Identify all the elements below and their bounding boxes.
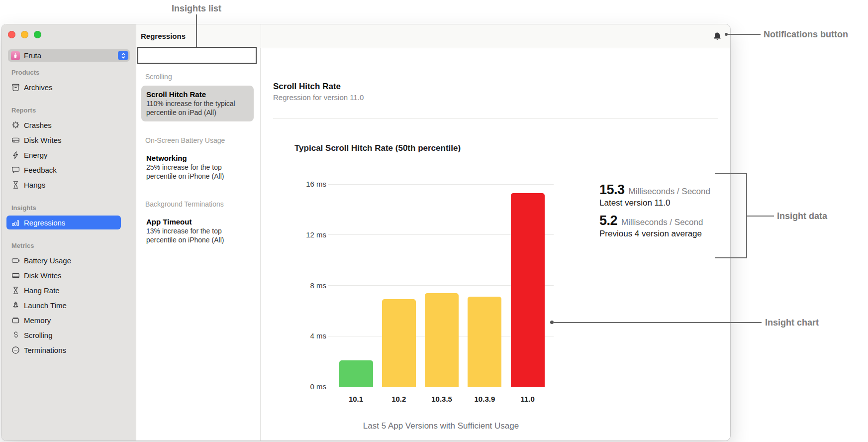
- sidebar-section-header: Metrics: [11, 242, 131, 250]
- y-axis-tick-label: 8 ms: [296, 281, 326, 291]
- insight-title: Scroll Hitch Rate: [273, 82, 341, 92]
- insight-item-description: 25% increase for the top percentile on i…: [146, 163, 249, 181]
- insight-subtitle: Regression for version 11.0: [273, 93, 364, 103]
- insight-list-item-networking[interactable]: Networking25% increase for the top perce…: [141, 149, 254, 185]
- screenshot-canvas: Fruta ProductsArchivesReportsCrashesDisk…: [0, 0, 868, 442]
- sidebar-item-scrolling[interactable]: Scrolling: [6, 328, 121, 342]
- sidebar-item-disk-writes[interactable]: Disk Writes: [6, 268, 121, 282]
- annotation-insight-chart-line: [553, 322, 762, 323]
- stat-caption: Previous 4 version average: [599, 229, 710, 239]
- hourglass-icon: [11, 286, 20, 295]
- window-controls: [8, 31, 41, 38]
- insight-stat: 15.3Milliseconds / SecondLatest version …: [599, 182, 710, 208]
- insight-data: 15.3Milliseconds / SecondLatest version …: [599, 182, 710, 244]
- insights-list-groups: ScrollingScroll Hitch Rate110% increase …: [136, 48, 260, 249]
- sidebar-item-hangs[interactable]: Hangs: [6, 178, 121, 192]
- bar-10-2: [382, 299, 416, 387]
- y-axis-tick-label: 16 ms: [296, 179, 326, 189]
- sidebar-section-header: Reports: [11, 107, 131, 114]
- bar-10-1: [339, 360, 373, 387]
- sidebar-item-label: Terminations: [24, 346, 66, 354]
- close-window-button[interactable]: [8, 31, 15, 38]
- annotation-insights-list-box: [137, 47, 257, 64]
- annotation-insight-data-line: [747, 216, 774, 217]
- sidebar-item-label: Hangs: [24, 181, 45, 189]
- sidebar-item-hang-rate[interactable]: Hang Rate: [6, 283, 121, 297]
- sidebar-item-regressions[interactable]: Regressions: [6, 216, 121, 229]
- sidebar-item-crashes[interactable]: Crashes: [6, 118, 121, 132]
- divider: [273, 118, 718, 119]
- annotation-insight-data-bracket-bottom: [715, 257, 747, 258]
- memory-chip-icon: [11, 316, 20, 325]
- insight-stat: 5.2Milliseconds / SecondPrevious 4 versi…: [599, 213, 710, 239]
- stat-unit: Milliseconds / Second: [629, 187, 710, 197]
- sidebar-item-energy[interactable]: Energy: [6, 148, 121, 162]
- x-axis-tick-label: 11.0: [506, 395, 549, 404]
- circle-minus-icon: [11, 345, 20, 354]
- sidebar-item-memory[interactable]: Memory: [6, 313, 121, 327]
- sidebar-item-battery-usage[interactable]: Battery Usage: [6, 253, 121, 267]
- sidebar-section-reports: ReportsCrashesDisk WritesEnergyFeedbackH…: [6, 107, 131, 192]
- crash-burst-icon: [11, 120, 20, 129]
- sidebar-item-label: Launch Time: [24, 301, 67, 310]
- sidebar-sections: ProductsArchivesReportsCrashesDisk Write…: [6, 69, 131, 369]
- sidebar-item-label: Memory: [24, 316, 51, 325]
- zoom-window-button[interactable]: [34, 31, 41, 38]
- sidebar-item-label: Hang Rate: [24, 286, 60, 295]
- sidebar-section-products: ProductsArchives: [6, 69, 131, 94]
- sidebar-item-archives[interactable]: Archives: [6, 80, 121, 94]
- insight-item-title: Scroll Hitch Rate: [146, 90, 249, 99]
- hourglass-icon: [11, 180, 20, 189]
- insight-chart: 10.110.210.3.510.3.911.0Last 5 App Versi…: [328, 184, 554, 387]
- annotation-notifications-label: Notifications button: [764, 29, 848, 40]
- toolbar: Regressions: [136, 24, 730, 48]
- bar-10-3-9: [468, 297, 501, 387]
- rocket-icon: [11, 301, 20, 310]
- bar-10-3-5: [425, 293, 459, 387]
- annotation-notifications-line: [728, 34, 761, 35]
- x-axis-tick-label: 10.1: [335, 395, 378, 404]
- sidebar-item-launch-time[interactable]: Launch Time: [6, 298, 121, 312]
- battery-icon: [11, 256, 20, 265]
- sidebar-section-metrics: MetricsBattery UsageDisk WritesHang Rate…: [6, 242, 131, 357]
- sidebar: Fruta ProductsArchivesReportsCrashesDisk…: [1, 24, 136, 441]
- gridline: [328, 184, 554, 185]
- annotation-insight-data-label: Insight data: [777, 211, 827, 221]
- sidebar-section-header: Products: [11, 69, 131, 77]
- sidebar-item-disk-writes[interactable]: Disk Writes: [6, 133, 121, 147]
- insight-list-item-scroll-hitch-rate[interactable]: Scroll Hitch Rate110% increase for the t…: [141, 86, 254, 121]
- sidebar-item-terminations[interactable]: Terminations: [6, 343, 121, 357]
- x-axis-tick-label: 10.3.9: [463, 395, 506, 404]
- bolt-icon: [11, 150, 20, 159]
- annotation-insight-chart-label: Insight chart: [765, 317, 819, 328]
- app-selector[interactable]: Fruta: [8, 49, 130, 62]
- sidebar-item-label: Feedback: [24, 166, 57, 174]
- stat-unit: Milliseconds / Second: [621, 218, 703, 227]
- y-axis-tick-label: 4 ms: [296, 331, 326, 341]
- stat-caption: Latest version 11.0: [599, 198, 710, 208]
- annotation-insight-data-bracket-top: [715, 173, 747, 174]
- bar-chart-icon: [11, 218, 20, 227]
- insights-list: ScrollingScroll Hitch Rate110% increase …: [136, 48, 261, 441]
- app-selector-value: Fruta: [24, 51, 118, 60]
- insight-item-description: 110% increase for the typical percentile…: [146, 99, 249, 117]
- internal-drive-icon: [11, 135, 20, 144]
- notifications-button[interactable]: [712, 31, 722, 41]
- annotation-insights-list-line: [196, 14, 197, 47]
- insights-list-title: Regressions: [141, 24, 186, 48]
- sidebar-item-label: Energy: [24, 151, 48, 159]
- speech-bubble-icon: [11, 165, 20, 174]
- sidebar-section-header: Insights: [11, 204, 131, 212]
- insight-group-header: Scrolling: [145, 73, 260, 81]
- app-selector-stepper-icon: [118, 51, 128, 60]
- sidebar-item-feedback[interactable]: Feedback: [6, 163, 121, 177]
- stat-value: 15.3: [599, 182, 625, 197]
- minimize-window-button[interactable]: [21, 31, 28, 38]
- insight-item-title: Networking: [146, 154, 249, 163]
- sidebar-item-label: Crashes: [24, 121, 52, 129]
- stat-value: 5.2: [599, 213, 617, 228]
- insight-list-item-app-timeout[interactable]: App Timeout13% increase for the top perc…: [141, 213, 254, 249]
- x-axis-tick-label: 10.3.5: [420, 395, 463, 404]
- sidebar-item-label: Disk Writes: [24, 136, 62, 144]
- y-axis-tick-label: 0 ms: [296, 382, 326, 392]
